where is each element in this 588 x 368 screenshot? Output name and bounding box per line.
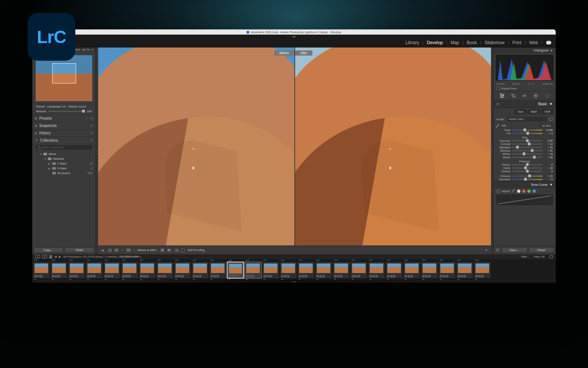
slider-temp[interactable]: Temp6,450 — [494, 128, 556, 132]
slider-vibrance[interactable]: Vibrance+ 15 — [494, 174, 556, 178]
sync-toggle-icon[interactable]: ▪ — [495, 247, 500, 253]
redeye-icon[interactable] — [545, 93, 550, 98]
bw-button[interactable]: B&W — [528, 109, 540, 114]
module-web[interactable]: Web — [528, 40, 539, 45]
profile-browser-icon[interactable] — [549, 118, 553, 121]
thumbnail[interactable]: 444• • • • — [315, 262, 332, 279]
navigator-viewport-rect[interactable] — [52, 63, 76, 84]
preset-amount-slider[interactable] — [49, 111, 85, 112]
thumbnail[interactable]: 447• • • • — [368, 262, 385, 279]
mask-icon[interactable] — [533, 93, 538, 98]
slider-whites[interactable]: Whites− 19 — [494, 152, 556, 156]
reset-button[interactable]: Reset — [529, 247, 555, 253]
thumbnail[interactable]: 440• • • • — [244, 262, 262, 279]
plus-icon[interactable]: + — [90, 138, 93, 142]
slider-tint[interactable]: Tint+ 3 — [494, 132, 556, 135]
plus-icon[interactable]: + — [90, 124, 93, 128]
tree-item-africa[interactable]: ▼Africa — [34, 152, 94, 156]
wb-select[interactable]: As Shot — [540, 124, 553, 127]
eyedropper-icon[interactable] — [495, 124, 499, 128]
tree-item-namibia[interactable]: ▼Namibia — [34, 156, 94, 161]
hdr-button[interactable]: HDR — [541, 109, 553, 114]
view-split-h-button[interactable]: ▯▯ — [114, 248, 119, 253]
module-book[interactable]: Book — [466, 40, 477, 45]
module-library[interactable]: Library — [405, 40, 420, 45]
curve-blue-icon[interactable] — [533, 190, 536, 193]
primary-monitor-button[interactable]: 1 — [35, 255, 40, 258]
filter-preset-select[interactable]: Filters Off — [530, 255, 548, 259]
original-photo-checkbox[interactable] — [496, 87, 499, 90]
view-yy-button[interactable]: Y|Y — [126, 248, 132, 253]
nav-fwd-icon[interactable]: ▶ — [59, 255, 61, 258]
slider-dehaze[interactable]: Dehaze0 — [494, 170, 556, 173]
thumbnail[interactable]: 443• • • • — [297, 262, 315, 279]
copy-button[interactable]: Copy… — [34, 247, 63, 253]
grid-view-icon[interactable] — [49, 255, 52, 258]
right-panel-handle[interactable] — [491, 47, 493, 254]
collections-section-head[interactable]: ▼Collections + — [32, 137, 96, 144]
thumbnail[interactable]: 430• • • • — [68, 262, 85, 279]
collections-search[interactable]: Filter Collections — [35, 145, 93, 150]
point-curve-icon[interactable] — [512, 189, 515, 193]
thumbnail[interactable]: 448• • • • — [386, 262, 403, 279]
presets-section-head[interactable]: ▶Presets −+ — [32, 115, 96, 122]
cloud-sync-icon[interactable] — [546, 41, 551, 45]
healing-icon[interactable] — [522, 93, 527, 98]
thumbnail[interactable]: 428• • • • — [33, 262, 50, 279]
minus-icon[interactable]: − — [86, 116, 88, 120]
thumbnail[interactable]: 446• • • • — [350, 262, 368, 279]
target-adjust-icon[interactable] — [496, 190, 500, 193]
close-icon[interactable]: × — [90, 131, 93, 135]
curve-rgb-icon[interactable] — [517, 190, 520, 193]
snapshots-section-head[interactable]: ▶Snapshots + — [32, 122, 96, 129]
filter-lock-icon[interactable] — [550, 255, 553, 258]
slider-highlights[interactable]: Highlights− 63 — [494, 146, 556, 149]
module-print[interactable]: Print — [512, 40, 522, 45]
copy-ba-button[interactable]: ⇆ — [166, 248, 172, 253]
after-view[interactable]: After — [295, 47, 491, 245]
before-view[interactable]: Before — [98, 47, 295, 245]
slider-shadows[interactable]: Shadows+ 31 — [494, 149, 556, 152]
secondary-monitor-button[interactable]: 2 — [42, 255, 47, 258]
thumbnail[interactable]: 452• • • • — [456, 262, 473, 279]
slider-texture[interactable]: Texture0 — [494, 163, 556, 166]
history-section-head[interactable]: ▶History × — [32, 130, 96, 137]
tree-item-all[interactable]: All photos543 — [34, 171, 94, 176]
tree-item-5stars[interactable]: ▶5 Stars3 — [34, 166, 94, 171]
thumbnail[interactable]: 432• • • • — [103, 262, 121, 279]
thumbnail[interactable]: 439• • • • — [227, 262, 244, 279]
thumbnail[interactable]: 436• • • • — [174, 262, 191, 279]
thumbnail[interactable]: 435• • • • — [156, 262, 173, 279]
loupe-arrow-icon[interactable]: ◀ — [101, 248, 104, 252]
thumbnail[interactable]: 437• • • • — [191, 262, 209, 279]
slider-exposure[interactable]: Exposure0.00 — [494, 139, 556, 142]
paste-button[interactable]: Paste — [65, 247, 94, 253]
eye-icon[interactable] — [496, 103, 499, 105]
edit-sliders-icon[interactable] — [499, 93, 505, 98]
thumbnail[interactable]: 438• • • • — [209, 262, 226, 279]
slider-blacks[interactable]: Blacks+ 48 — [494, 156, 556, 159]
module-slideshow[interactable]: Slideshow — [484, 40, 506, 45]
thumbnail[interactable]: 434• • • • — [139, 262, 156, 279]
thumbnail[interactable]: 431• • • • — [86, 262, 103, 279]
module-develop[interactable]: Develop — [426, 40, 444, 45]
navigator-menu-icon[interactable]: ▸ — [92, 48, 93, 51]
auto-button[interactable]: Auto — [514, 109, 526, 114]
crop-icon[interactable] — [511, 93, 516, 98]
slider-clarity[interactable]: Clarity− 10 — [494, 166, 556, 170]
toolbar-menu-icon[interactable]: ▼ — [485, 248, 488, 252]
navigator-preview[interactable] — [36, 55, 92, 101]
sync-button[interactable]: Sync… — [502, 247, 527, 253]
view-loupe-button[interactable]: ▭ — [107, 248, 113, 253]
tone-curve-graph[interactable] — [496, 195, 553, 205]
curve-green-icon[interactable] — [527, 190, 531, 193]
profile-select[interactable]: Adobe Color ⁞ — [508, 117, 547, 121]
thumbnail[interactable]: 453• • • • — [474, 262, 491, 279]
thumbnail[interactable]: 433• • • • — [121, 262, 138, 279]
thumbnail[interactable]: 429• • • • — [50, 262, 68, 279]
navigator-zoom[interactable]: 66.7% — [82, 49, 90, 51]
soft-proofing-checkbox[interactable] — [182, 249, 184, 252]
tone-curve-header[interactable]: Tone Curve▼ — [494, 181, 556, 188]
histogram-header[interactable]: Histogram▼ — [494, 47, 556, 53]
thumbnail-strip[interactable]: 428• • • •429• • • •430• • • •431• • • •… — [32, 259, 556, 281]
